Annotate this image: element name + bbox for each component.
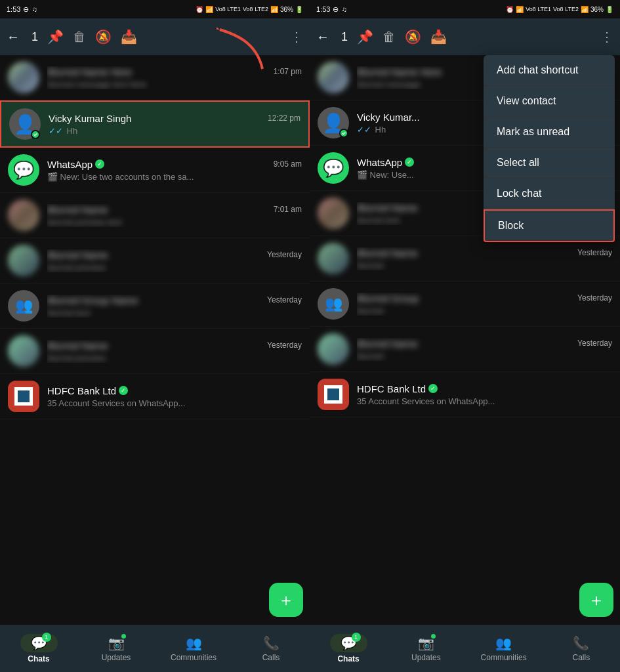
right-verified-8: ✓ [428, 384, 438, 393]
left-chat-item-7[interactable]: Blurred Name Yesterday blurred preview [0, 329, 310, 374]
lte-text: Vo8 LTE1 [215, 6, 241, 12]
right-chat-name-2: Vicky Kumar... [357, 112, 420, 123]
left-chat-name-8: HDFC Bank Ltd ✓ [47, 385, 128, 396]
right-verified-3: ✓ [405, 158, 414, 167]
right-bottom-nav: 💬 1 Chats 📷 Updates 👥 Communities 📞 Call… [310, 625, 620, 672]
right-chat-name-5: Blurred Name [357, 247, 418, 259]
right-plus-icon: ＋ [588, 589, 605, 612]
left-chat-preview-2: ✓✓ Hh [49, 126, 300, 136]
right-chat-name-6: Blurred Group [357, 293, 419, 304]
delete-icon[interactable]: 🗑 [73, 30, 86, 45]
left-avatar-1 [8, 62, 39, 93]
lte2-text: Vo8 LTE2 [243, 6, 268, 12]
right-chat-info-6: Blurred Group Yesterday blurred [357, 293, 612, 316]
right-toolbar: ← 1 📌 🗑 🔕 📥 ⋮ [310, 18, 620, 55]
right-avatar-1 [318, 62, 349, 93]
menu-mark-unread[interactable]: Mark as unread [484, 117, 615, 148]
menu-select-all[interactable]: Select all [484, 148, 615, 178]
right-lte-text: Vo8 LTE1 [526, 6, 551, 12]
hdfc-inner-icon [14, 387, 33, 406]
right-battery-icon: 🔋 [606, 6, 613, 13]
right-chat-preview-6: blurred [357, 306, 612, 316]
mute-icon[interactable]: 🔕 [95, 29, 112, 45]
left-avatar-7 [8, 335, 39, 367]
left-nav-calls[interactable]: 📞 Calls [232, 630, 310, 667]
right-chat-item-7[interactable]: Blurred Name Yesterday blurred [310, 327, 620, 372]
right-nav-communities[interactable]: 👥 Communities [465, 630, 543, 667]
group-icon-6: 👥 [15, 297, 33, 314]
right-chat-item-6[interactable]: 👥 Blurred Group Yesterday blurred [310, 282, 620, 327]
left-chat-info-3: WhatsApp ✓ 9:05 am 🎬 New: Use two accoun… [47, 159, 302, 182]
right-chat-time-7: Yesterday [577, 339, 612, 348]
more-options-icon[interactable]: ⋮ [290, 29, 303, 45]
right-delete-icon[interactable]: 🗑 [382, 30, 396, 45]
right-hdfc-inner [324, 385, 342, 404]
hdfc-square [18, 390, 30, 402]
menu-block[interactable]: Block [484, 209, 615, 242]
left-nav-chats[interactable]: 💬 1 Chats [0, 629, 77, 669]
selected-count: 1 [31, 30, 38, 44]
left-chat-preview-3: 🎬 New: Use two accounts on the sa... [47, 172, 302, 182]
right-chat-time-5: Yesterday [577, 248, 612, 257]
left-nav-communities[interactable]: 👥 Communities [155, 630, 232, 667]
menu-lock-chat[interactable]: Lock chat [484, 178, 615, 209]
left-calls-icon: 📞 [263, 635, 279, 651]
left-chat-item-3[interactable]: 💬 WhatsApp ✓ 9:05 am 🎬 New: Use two acco… [0, 148, 310, 193]
right-nav-updates[interactable]: 📷 Updates [387, 630, 465, 667]
right-back-button[interactable]: ← [316, 30, 329, 45]
right-nav-calls[interactable]: 📞 Calls [543, 630, 620, 667]
right-nav-chats[interactable]: 💬 1 Chats [310, 629, 387, 669]
left-chat-preview-5: blurred preview [47, 262, 302, 272]
left-chat-item-2[interactable]: 👤 Vicky Kumar Singh 12:22 pm ✓✓ Hh [0, 100, 310, 148]
right-chat-preview-7: blurred [357, 351, 612, 361]
new-chat-fab[interactable]: ＋ [269, 583, 303, 617]
left-chat-name-6: Blurred Group Name [47, 295, 138, 306]
left-chat-item-5[interactable]: Blurred Name Yesterday blurred preview [0, 238, 310, 284]
menu-add-shortcut[interactable]: Add chat shortcut [484, 55, 615, 86]
left-status-bar: 1:53 ⊖ ♫ ⏰ 📶 Vo8 LTE1 Vo8 LTE2 📶 36% 🔋 [0, 0, 310, 18]
left-nav-updates-label: Updates [102, 653, 131, 662]
left-nav-communities-label: Communities [171, 653, 217, 662]
left-nav-updates[interactable]: 📷 Updates [77, 630, 155, 667]
right-whatsapp-icon: 💬 [323, 158, 344, 178]
left-chat-time-4: 7:01 am [274, 205, 302, 214]
right-wifi-icon: 📶 [516, 6, 524, 13]
plus-icon: ＋ [278, 589, 295, 612]
right-hdfc-square [327, 388, 339, 400]
back-button[interactable]: ← [7, 30, 20, 45]
left-communities-icon: 👥 [186, 635, 202, 651]
right-new-chat-fab[interactable]: ＋ [579, 583, 613, 617]
left-avatar-4 [8, 200, 39, 231]
right-signal-icon: 📶 [581, 6, 589, 13]
right-calls-icon: 📞 [573, 635, 589, 651]
right-more-options-icon[interactable]: ⋮ [600, 29, 613, 45]
right-updates-dot [431, 634, 436, 639]
left-chat-preview-1: blurred message text here [47, 79, 302, 89]
menu-view-contact[interactable]: View contact [484, 86, 615, 117]
archive-icon[interactable]: 📥 [121, 29, 137, 45]
right-chat-preview-5: blurred [357, 261, 612, 270]
minus-icon: ⊖ [23, 5, 29, 14]
right-chat-preview-8: 35 Account Services on WhatsApp... [357, 396, 612, 406]
right-lte2-text: Vo8 LTE2 [553, 6, 579, 12]
right-mute-icon[interactable]: 🔕 [405, 29, 421, 45]
left-chat-item-4[interactable]: Blurred Name 7:01 am blurred preview tex… [0, 193, 310, 238]
right-chat-item-8[interactable]: HDFC Bank Ltd ✓ 35 Account Services on W… [310, 372, 620, 417]
right-pin-icon[interactable]: 📌 [357, 29, 373, 45]
right-archive-icon[interactable]: 📥 [430, 29, 447, 45]
right-avatar-4 [318, 198, 349, 229]
online-indicator-2 [31, 130, 40, 139]
right-avatar-7 [318, 333, 349, 365]
right-updates-icon: 📷 [418, 635, 434, 651]
right-chat-item-5[interactable]: Blurred Name Yesterday blurred [310, 236, 620, 282]
left-time: 1:53 [7, 5, 20, 13]
left-chat-item-6[interactable]: 👥 Blurred Group Name Yesterday blurred t… [0, 284, 310, 329]
right-status-bar: 1:53 ⊖ ♫ ⏰ 📶 Vo8 LTE1 Vo8 LTE2 📶 36% 🔋 [310, 0, 620, 18]
left-chat-item-1[interactable]: Blurred Name Here 1:07 pm blurred messag… [0, 55, 310, 100]
left-chat-item-8[interactable]: HDFC Bank Ltd ✓ 35 Account Services on W… [0, 374, 310, 419]
right-minus-icon: ⊖ [333, 5, 339, 14]
pin-icon[interactable]: 📌 [47, 29, 64, 45]
alarm-icon: ⏰ [196, 6, 203, 13]
left-avatar-8 [8, 381, 39, 412]
left-chat-name-2: Vicky Kumar Singh [49, 113, 131, 124]
